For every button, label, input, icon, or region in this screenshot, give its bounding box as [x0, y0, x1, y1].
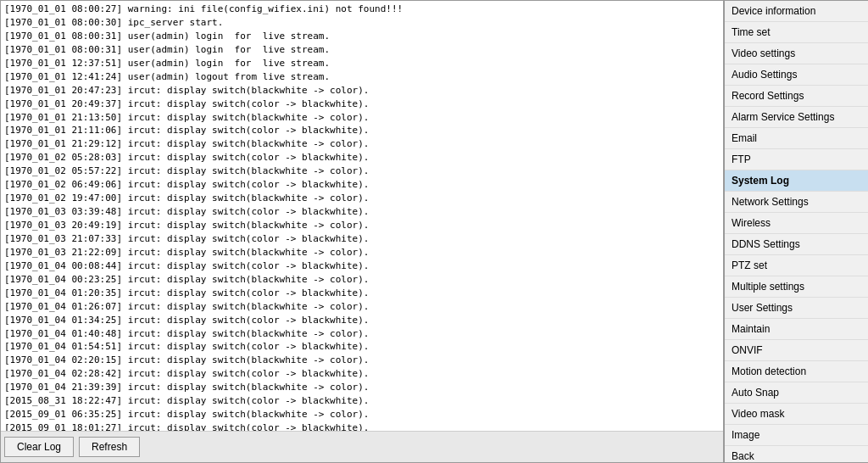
sidebar-item-user-settings[interactable]: User Settings — [725, 298, 868, 319]
log-entry: [1970_01_02 06:49:06] ircut: display swi… — [4, 178, 720, 192]
clear-log-button[interactable]: Clear Log — [4, 437, 74, 457]
sidebar-item-system-log[interactable]: System Log — [725, 170, 868, 192]
main-area: [1970_01_01 08:00:27] warning: ini file(… — [0, 0, 724, 463]
sidebar-item-ddns-settings[interactable]: DDNS Settings — [725, 234, 868, 255]
log-entry: [1970_01_01 08:00:31] user(admin) login … — [4, 30, 720, 43]
log-entry: [1970_01_04 01:34:25] ircut: display swi… — [4, 314, 720, 327]
log-entry: [1970_01_01 20:47:23] ircut: display swi… — [4, 84, 720, 98]
log-entry: [1970_01_04 01:20:35] ircut: display swi… — [4, 287, 720, 300]
sidebar-item-time-set[interactable]: Time set — [725, 22, 868, 43]
log-entry: [1970_01_03 21:22:09] ircut: display swi… — [4, 246, 720, 259]
sidebar-item-motion-detection[interactable]: Motion detection — [725, 361, 868, 382]
sidebar-item-ftp[interactable]: FTP — [725, 149, 868, 170]
sidebar-item-alarm-service-settings[interactable]: Alarm Service Settings — [725, 107, 868, 128]
log-entry: [1970_01_01 08:00:31] user(admin) login … — [4, 43, 720, 57]
log-entry: [1970_01_01 08:00:30] ipc_server start. — [4, 16, 720, 30]
sidebar-item-image[interactable]: Image — [725, 425, 868, 446]
log-entry: [1970_01_01 08:00:27] warning: ini file(… — [4, 3, 720, 16]
sidebar-item-onvif[interactable]: ONVIF — [725, 340, 868, 361]
sidebar: Device informationTime setVideo settings… — [724, 0, 868, 463]
log-entry: [1970_01_04 21:39:39] ircut: display swi… — [4, 381, 720, 394]
log-entry: [1970_01_01 20:49:37] ircut: display swi… — [4, 98, 720, 111]
log-entry: [1970_01_03 20:49:19] ircut: display swi… — [4, 219, 720, 232]
log-entry: [1970_01_01 12:37:51] user(admin) login … — [4, 57, 720, 70]
log-entry: [1970_01_02 19:47:00] ircut: display swi… — [4, 192, 720, 205]
log-entry: [2015_09_01 18:01:27] ircut: display swi… — [4, 421, 720, 431]
log-entry: [1970_01_02 05:57:22] ircut: display swi… — [4, 165, 720, 178]
sidebar-item-network-settings[interactable]: Network Settings — [725, 192, 868, 213]
log-entry: [1970_01_01 12:41:24] user(admin) logout… — [4, 70, 720, 84]
log-entry: [1970_01_04 00:08:44] ircut: display swi… — [4, 259, 720, 273]
log-entry: [1970_01_03 21:07:33] ircut: display swi… — [4, 232, 720, 246]
sidebar-item-record-settings[interactable]: Record Settings — [725, 86, 868, 107]
refresh-button[interactable]: Refresh — [79, 437, 140, 457]
sidebar-item-device-information[interactable]: Device information — [725, 1, 868, 22]
log-entry: [1970_01_04 02:20:15] ircut: display swi… — [4, 354, 720, 367]
log-entry: [1970_01_01 21:29:12] ircut: display swi… — [4, 137, 720, 151]
log-entry: [1970_01_02 05:28:03] ircut: display swi… — [4, 151, 720, 165]
sidebar-item-back[interactable]: Back — [725, 446, 868, 463]
log-entry: [1970_01_04 02:28:42] ircut: display swi… — [4, 367, 720, 381]
sidebar-item-maintain[interactable]: Maintain — [725, 319, 868, 340]
log-actions: Clear Log Refresh — [1, 431, 723, 462]
sidebar-item-ptz-set[interactable]: PTZ set — [725, 255, 868, 276]
log-entry: [1970_01_04 00:23:25] ircut: display swi… — [4, 273, 720, 287]
log-container[interactable]: [1970_01_01 08:00:27] warning: ini file(… — [1, 1, 723, 431]
log-entry: [1970_01_04 01:26:07] ircut: display swi… — [4, 300, 720, 314]
log-entry: [2015_08_31 18:22:47] ircut: display swi… — [4, 394, 720, 408]
log-entry: [1970_01_04 01:54:51] ircut: display swi… — [4, 340, 720, 354]
sidebar-item-wireless[interactable]: Wireless — [725, 213, 868, 234]
sidebar-item-audio-settings[interactable]: Audio Settings — [725, 64, 868, 86]
log-entry: [1970_01_01 21:11:06] ircut: display swi… — [4, 124, 720, 137]
sidebar-item-multiple-settings[interactable]: Multiple settings — [725, 276, 868, 298]
sidebar-item-video-mask[interactable]: Video mask — [725, 404, 868, 425]
log-entry: [1970_01_01 21:13:50] ircut: display swi… — [4, 111, 720, 125]
log-entry: [2015_09_01 06:35:25] ircut: display swi… — [4, 408, 720, 421]
sidebar-item-email[interactable]: Email — [725, 128, 868, 149]
sidebar-item-auto-snap[interactable]: Auto Snap — [725, 382, 868, 404]
log-entry: [1970_01_03 03:39:48] ircut: display swi… — [4, 205, 720, 219]
sidebar-item-video-settings[interactable]: Video settings — [725, 43, 868, 64]
log-entry: [1970_01_04 01:40:48] ircut: display swi… — [4, 327, 720, 341]
